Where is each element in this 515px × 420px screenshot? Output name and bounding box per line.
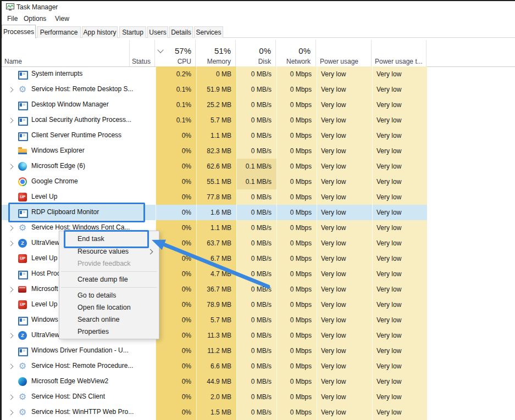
col-disk[interactable]: Disk [245,58,271,66]
header-divider [235,40,236,66]
menu-item-create-dump-file[interactable]: Create dump file [59,273,159,285]
col-network[interactable]: Network [284,58,311,66]
process-name: Service Host: Remote Desktop S... [31,85,133,93]
cell-trend: Very low [372,251,427,266]
table-row[interactable]: Local Security Authority Process...0.1%5… [2,113,427,128]
cell-memory: 2.0 MB [196,389,236,405]
ultraviewer-app-icon: Z [18,239,27,248]
cell-power: Very low [317,359,372,374]
cell-cpu: 0% [156,174,196,189]
edge-webview-icon [18,377,27,386]
cell-cpu: 0% [156,220,196,236]
menu-separator [61,271,157,272]
table-row[interactable]: ⚙Service Host: DNS Client0%2.0 MB0 MB/s0… [2,389,427,405]
cell-power: Very low [317,251,372,266]
cell-disk: 0 MB/s [236,374,276,389]
cell-power: Very low [317,266,372,282]
menu-view[interactable]: View [55,15,69,23]
cell-network: 0 Mbps [276,220,317,236]
cell-disk: 0.1 MB/s [236,174,276,189]
network-total[interactable]: 0% [284,46,311,57]
cell-disk: 0 MB/s [236,251,276,266]
table-row[interactable]: Google Chrome0%55.1 MB0.1 MB/s0 MbpsVery… [2,174,427,189]
expand-chevron-icon[interactable] [8,410,14,416]
cell-memory: 62.6 MB [196,159,236,174]
col-name[interactable]: Name [4,58,22,66]
header-divider [129,40,130,66]
tab-strip: ProcessesPerformanceApp historyStartupUs… [0,25,515,38]
tab-app-history[interactable]: App history [82,26,118,38]
tab-services[interactable]: Services [194,26,223,38]
cell-trend: Very low [372,189,427,205]
col-power-usage[interactable]: Power usage [320,58,358,66]
expand-chevron-icon[interactable] [8,287,14,293]
cell-trend: Very low [372,97,427,113]
col-cpu[interactable]: CPU [165,58,191,66]
table-row[interactable]: Windows Explorer0%82.3 MB0 MB/s0 MbpsVer… [2,143,427,159]
cell-cpu: 0% [156,189,196,205]
table-row[interactable]: ⚙Service Host: WinHTTP Web Pro...0%1.5 M… [2,405,427,420]
app-window-icon [18,71,28,80]
cell-power: Very low [317,389,372,405]
cell-disk: 0 MB/s [236,236,276,251]
cell-network: 0 Mbps [276,374,317,389]
menu-item-search-online[interactable]: Search online [59,313,159,326]
tab-processes[interactable]: Processes [2,25,36,38]
table-row[interactable]: Microsoft Edge WebView20%44.9 MB0 MB/s0 … [2,374,427,389]
cell-network: 0 Mbps [276,66,317,82]
menu-separator [61,287,157,288]
table-row[interactable]: Microsoft Edge (6)0%62.6 MB0.1 MB/s0 Mbp… [2,159,427,174]
expand-chevron-icon[interactable] [8,395,14,400]
cell-trend: Very low [372,374,427,389]
table-row[interactable]: Desktop Window Manager0.1%25.2 MB0 MB/s0… [2,97,427,113]
menu-item-open-file-location[interactable]: Open file location [59,301,159,313]
cell-power: Very low [317,128,372,143]
cell-trend: Very low [372,266,427,282]
cpu-total[interactable]: 57% [165,46,191,57]
memory-total[interactable]: 51% [204,46,231,57]
expand-chevron-icon[interactable] [8,364,14,369]
tab-users[interactable]: Users [147,26,168,38]
table-row[interactable]: Client Server Runtime Process0%1.1 MB0 M… [2,128,427,143]
table-row[interactable]: ⚙Service Host: Remote Desktop S...0.1%51… [2,82,427,97]
expand-chevron-icon[interactable] [8,226,14,231]
menu-item-go-to-details[interactable]: Go to details [59,289,159,301]
process-name: Client Server Runtime Process [31,131,121,139]
tab-startup[interactable]: Startup [119,26,146,38]
table-row[interactable]: Windows Driver Foundation - U...0%11.2 M… [2,343,427,359]
tab-performance[interactable]: Performance [37,26,81,38]
annotation-box-end-task [64,230,149,248]
cell-power: Very low [317,343,372,359]
cell-cpu: 0% [156,297,196,312]
cell-network: 0 Mbps [276,128,317,143]
cell-disk: 0 MB/s [236,143,276,159]
cell-network: 0 Mbps [276,282,317,297]
table-row[interactable]: ⚙Service Host: Remote Procedure...0%6.6 … [2,359,427,374]
expand-chevron-icon[interactable] [8,333,14,339]
cell-power: Very low [317,82,372,97]
process-name: System interrupts [31,70,82,77]
col-status[interactable]: Status [132,58,151,66]
disk-total[interactable]: 0% [245,46,271,57]
task-manager-window: Task Manager File Options View Processes… [0,0,515,420]
expand-chevron-icon[interactable] [8,87,14,93]
cell-network: 0 Mbps [276,251,317,266]
cell-trend: Very low [372,312,427,328]
menu-file[interactable]: File [7,15,18,23]
tab-details[interactable]: Details [169,26,193,38]
header-divider [275,40,276,66]
app-window-icon [18,271,28,279]
table-row[interactable]: System interrupts0.2%0 MB0 MB/s0 MbpsVer… [2,66,427,82]
expand-chevron-icon[interactable] [8,118,14,124]
menu-item-properties[interactable]: Properties [59,326,159,338]
col-power-trend[interactable]: Power usage t... [375,58,423,66]
cell-power: Very low [317,113,372,128]
cell-memory: 6.7 MB [196,251,236,266]
expand-chevron-icon[interactable] [8,241,14,247]
cell-disk: 0 MB/s [236,282,276,297]
expand-chevron-icon[interactable] [8,164,14,170]
cell-disk: 0 MB/s [236,297,276,312]
menu-options[interactable]: Options [24,15,46,23]
col-memory[interactable]: Memory [204,58,231,66]
menu-bar: File Options View [2,13,515,25]
